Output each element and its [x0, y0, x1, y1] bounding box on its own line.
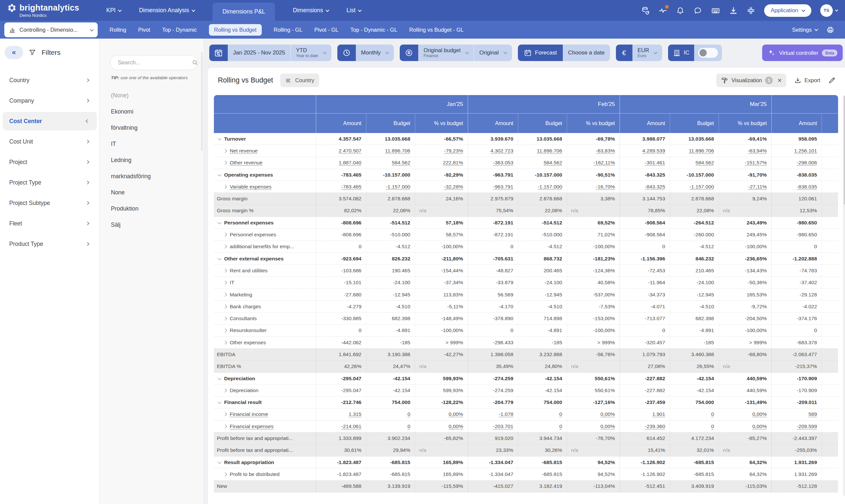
- value-cell[interactable]: 0,00%: [415, 409, 468, 420]
- row-label[interactable]: Net revenue: [214, 145, 316, 157]
- row-label[interactable]: Consultants: [214, 312, 316, 324]
- tab-rolling-vs-budget[interactable]: Rolling vs Budget: [209, 24, 262, 36]
- value-cell[interactable]: -838.035: [772, 181, 822, 193]
- value-cell[interactable]: 0: [366, 420, 415, 432]
- sub-column-header[interactable]: % vs budget: [719, 113, 772, 133]
- scrollbar-thumb[interactable]: [844, 96, 845, 205]
- list-item[interactable]: Sälj: [100, 217, 204, 233]
- value-cell[interactable]: -162,11%: [567, 157, 620, 169]
- value-cell[interactable]: -1.157.000: [670, 181, 719, 193]
- sub-column-header[interactable]: Budget: [670, 113, 719, 133]
- value-cell[interactable]: 0,00%: [719, 409, 772, 420]
- value-cell[interactable]: 2.470.507: [316, 145, 366, 157]
- health-pulse-icon[interactable]: [659, 6, 667, 15]
- table-scrollbar[interactable]: [843, 95, 845, 496]
- tab-pivot[interactable]: Pivot: [138, 27, 150, 33]
- value-cell[interactable]: -1.157.000: [518, 181, 567, 193]
- euro-icon[interactable]: €: [616, 44, 632, 61]
- value-cell[interactable]: -963.791: [468, 181, 518, 193]
- tab-rolling[interactable]: Rolling: [110, 27, 126, 33]
- value-cell[interactable]: -783.465: [316, 181, 366, 193]
- value-cell[interactable]: -203.701: [468, 420, 518, 432]
- application-menu-button[interactable]: Application: [764, 4, 811, 17]
- chat-icon[interactable]: [694, 6, 702, 15]
- value-cell[interactable]: -79,23%: [415, 145, 468, 157]
- search-icon[interactable]: [192, 59, 199, 66]
- list-item[interactable]: förvaltning: [100, 120, 204, 136]
- row-label[interactable]: Personnel expenses: [214, 217, 316, 229]
- frequency-dropdown[interactable]: Monthly: [356, 44, 394, 61]
- sub-column-header[interactable]: Amount: [316, 113, 366, 133]
- row-label[interactable]: Depreciation: [214, 384, 316, 396]
- row-label[interactable]: Marketing: [214, 289, 316, 301]
- value-cell[interactable]: 1.901: [620, 409, 670, 420]
- value-cell[interactable]: 584.562: [518, 157, 567, 169]
- sub-column-header[interactable]: % vs budget: [567, 113, 620, 133]
- sub-column-header[interactable]: Amount: [620, 113, 670, 133]
- tab-rolling-gl[interactable]: Rolling - GL: [274, 27, 302, 33]
- list-item[interactable]: marknadsföring: [100, 168, 204, 184]
- value-cell[interactable]: 0,00%: [719, 420, 772, 432]
- value-cell[interactable]: 222,81%: [415, 157, 468, 169]
- sub-column-header[interactable]: Amount: [468, 113, 518, 133]
- list-item[interactable]: Ledning: [100, 152, 204, 168]
- list-item[interactable]: Produktion: [100, 201, 204, 217]
- value-cell[interactable]: 0,00%: [567, 420, 620, 432]
- row-label[interactable]: Other revenue: [214, 157, 316, 169]
- edit-pencil-icon[interactable]: [828, 76, 836, 84]
- list-item[interactable]: Ekonomi: [100, 104, 204, 120]
- sub-column-header[interactable]: Budget: [366, 113, 415, 133]
- brand-block[interactable]: brightanalytics Demo Nordics: [7, 0, 106, 21]
- value-cell[interactable]: -363.053: [468, 157, 518, 169]
- row-label[interactable]: Operating expenses: [214, 169, 316, 181]
- sidebar-item-company[interactable]: Company: [3, 91, 97, 110]
- row-label[interactable]: Turnover: [214, 133, 316, 145]
- database-sync-icon[interactable]: [641, 6, 650, 15]
- close-icon[interactable]: ×: [777, 77, 781, 84]
- user-menu[interactable]: TS: [820, 4, 838, 17]
- dimension-pill[interactable]: Country: [280, 74, 319, 87]
- value-cell[interactable]: -214.061: [316, 420, 366, 432]
- value-cell[interactable]: -843.325: [620, 181, 670, 193]
- ic-button[interactable]: IC: [668, 44, 694, 61]
- calendar-search-icon[interactable]: [209, 44, 228, 61]
- value-cell[interactable]: -16,70%: [567, 181, 620, 193]
- row-label[interactable]: IT: [214, 277, 316, 289]
- row-label[interactable]: Financial income: [214, 409, 316, 420]
- panel-scrollbar[interactable]: [201, 52, 203, 151]
- print-icon[interactable]: [826, 26, 834, 34]
- value-cell[interactable]: -209.599: [772, 420, 822, 432]
- ic-toggle[interactable]: [698, 48, 718, 58]
- value-cell[interactable]: -27,11%: [719, 181, 772, 193]
- sub-column-header[interactable]: % vs budget: [415, 113, 468, 133]
- value-cell[interactable]: 1.315: [316, 409, 366, 420]
- sidebar-item-project[interactable]: Project: [3, 153, 97, 171]
- value-cell[interactable]: 0: [518, 420, 567, 432]
- value-cell[interactable]: 4.302.723: [468, 145, 518, 157]
- value-cell[interactable]: -1.078: [468, 409, 518, 420]
- value-cell[interactable]: 11.896.706: [366, 145, 415, 157]
- row-label[interactable]: Other external expenses: [214, 253, 316, 265]
- sidebar-item-country[interactable]: Country: [3, 71, 97, 89]
- row-label[interactable]: Resurskonsulter: [214, 325, 316, 337]
- value-cell[interactable]: 0: [518, 409, 567, 420]
- budget-icon[interactable]: B: [400, 44, 418, 61]
- search-input[interactable]: [117, 59, 192, 66]
- clock-icon[interactable]: [337, 44, 356, 61]
- row-label[interactable]: Bank charges: [214, 301, 316, 312]
- value-cell[interactable]: 589: [772, 409, 822, 420]
- forecast-date-button[interactable]: Choose a date: [563, 44, 610, 61]
- sub-column-header[interactable]: Budget: [518, 113, 567, 133]
- value-cell[interactable]: 0: [670, 420, 719, 432]
- row-label[interactable]: Other expenses: [214, 337, 316, 348]
- value-cell[interactable]: -301.461: [620, 157, 670, 169]
- row-label[interactable]: additional benefits for emp...: [214, 241, 316, 253]
- list-item[interactable]: IT: [100, 136, 204, 152]
- currency-dropdown[interactable]: EUR Euro: [632, 44, 663, 61]
- sidebar-item-cost-unit[interactable]: Cost Unit: [3, 132, 97, 151]
- sidebar-item-product-type[interactable]: Product Type: [3, 235, 97, 253]
- value-cell[interactable]: 0: [670, 409, 719, 420]
- value-cell[interactable]: 584.562: [366, 157, 415, 169]
- value-cell[interactable]: 1.887.040: [316, 157, 366, 169]
- value-cell[interactable]: 1.256.101: [772, 145, 822, 157]
